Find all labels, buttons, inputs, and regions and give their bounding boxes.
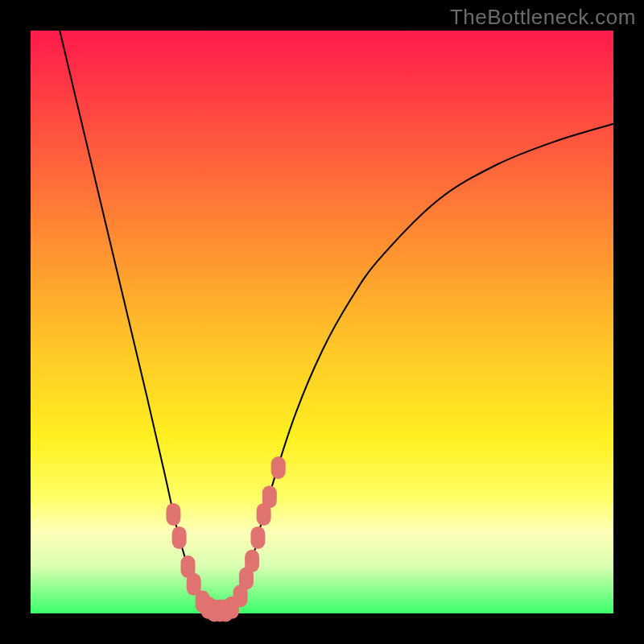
marker-point	[262, 485, 277, 508]
watermark-text: TheBottleneck.com	[450, 5, 636, 30]
marker-point	[172, 526, 187, 549]
highlighted-points	[166, 456, 285, 621]
bottleneck-curve-svg	[31, 31, 613, 613]
marker-point	[245, 550, 259, 572]
marker-point	[271, 456, 286, 479]
marker-point	[166, 503, 180, 526]
plot-area	[31, 31, 613, 613]
marker-point	[250, 526, 265, 549]
chart-frame: TheBottleneck.com	[0, 0, 644, 644]
bottleneck-curve	[60, 31, 613, 614]
